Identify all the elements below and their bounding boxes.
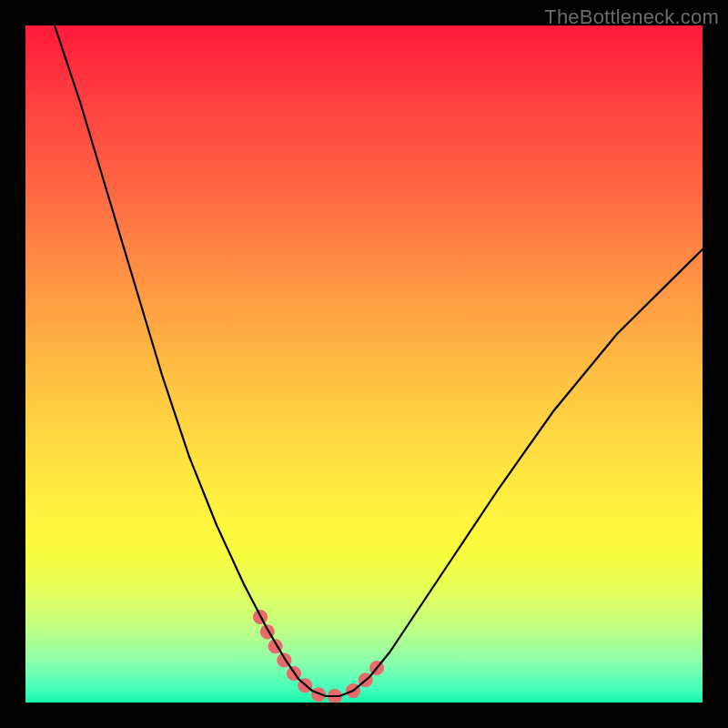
bottleneck-curve bbox=[55, 25, 703, 696]
curve-layer bbox=[25, 25, 703, 703]
plot-area bbox=[25, 25, 703, 703]
left-bottom-blob bbox=[260, 617, 342, 696]
chart-stage: TheBottleneck.com bbox=[0, 0, 728, 728]
highlight-group bbox=[260, 617, 386, 696]
